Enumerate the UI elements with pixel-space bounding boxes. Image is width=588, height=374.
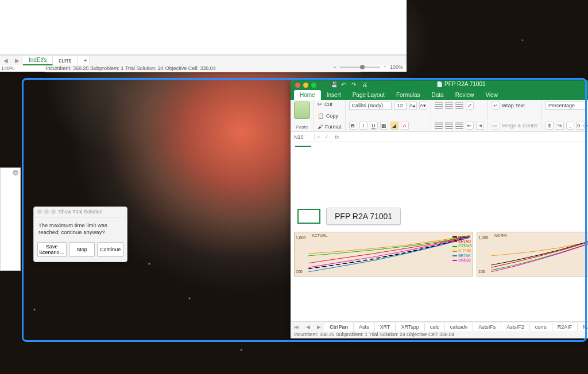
orientation-icon[interactable]: ⤢ [466,102,474,110]
sheet-tab-xrt[interactable]: XRT [375,323,396,331]
name-box[interactable]: N10 [291,134,315,140]
wrap-text-button[interactable]: Wrap Text [502,103,525,108]
ribbon-tab-view[interactable]: View [479,90,504,100]
sheet-tab-match[interactable]: MATCH [578,323,588,331]
continue-button[interactable]: Continue [97,242,123,257]
tab-nav-next-icon[interactable]: ▶ [11,57,23,64]
sheet-tab-asts[interactable]: Asts [354,323,375,331]
copy-icon[interactable]: 📋 [318,113,324,119]
sheet-tab-astsif2[interactable]: AstsIF2 [501,323,530,331]
merge-icon: ▭ [492,122,500,130]
zoom-left-label: 140% [1,65,14,71]
align-middle-icon[interactable] [445,102,453,109]
fill-color-icon[interactable]: ◢ [390,122,399,130]
decrease-font-icon[interactable]: A▾ [419,102,427,110]
align-right-icon[interactable] [455,122,463,129]
worksheet-area[interactable]: PFP R2A 71001 ACTUAL 1,000 100 nowBR1ADC… [291,142,588,294]
clipboard-group: Paste [291,100,314,131]
copy-label[interactable]: Copy [326,113,338,119]
window-titlebar: 💾 ↶ ↷ 🖨 PFP R2A 71001 [291,80,588,89]
ribbon-tab-review[interactable]: Review [450,90,480,100]
font-size-select[interactable]: 12 [394,102,407,110]
font-name-select[interactable]: Calibri (Body) [349,102,392,110]
tab-nav-prev-icon[interactable]: ◀ [0,57,11,64]
traffic-zoom-icon[interactable] [311,83,316,88]
traffic-close-icon[interactable] [37,209,42,214]
cut-label[interactable]: Cut [324,102,332,107]
traffic-min-icon[interactable] [303,83,308,88]
solver-status-text: Incumbent: 368.25 Subproblem: 1 Trial So… [45,65,361,72]
ribbon-tab-formulas[interactable]: Formulas [390,90,426,100]
ribbon-tab-data[interactable]: Data [426,90,450,100]
cell-marker [295,146,311,147]
chart-norm[interactable]: NORM 1,000 100 [477,232,588,276]
y-tick: 100 [296,270,303,274]
traffic-close-icon[interactable] [295,83,300,88]
traffic-min-icon[interactable] [44,209,49,214]
undo-icon[interactable]: ↶ [341,81,348,88]
ribbon-tab-home[interactable]: Home [294,90,321,100]
format-painter-icon[interactable]: 🖌 [318,124,323,130]
align-left-icon[interactable] [435,122,443,129]
tab-nav-first-icon[interactable]: ⏮ [291,324,303,330]
ribbon-tab-insert[interactable]: Insert [321,90,347,100]
save-scenario-button[interactable]: Save Scenario… [37,242,67,257]
align-center-icon[interactable] [445,122,453,129]
underline-icon[interactable]: U [370,122,378,130]
traffic-lights [37,209,56,214]
sheet-tab-ctrlpan[interactable]: CtrlPan [324,323,354,331]
format-label[interactable]: Format [325,124,342,130]
alignment-group: ⤢ ⇤ ⇥ [431,100,488,131]
bold-icon[interactable]: B [349,122,357,130]
clipboard-actions: ✂Cut 📋Copy 🖌Format [314,100,346,131]
legend-item: BR1AD [452,239,471,244]
chart-actual[interactable]: ACTUAL 1,000 100 nowBR1ADCT30x3O-7498BR7… [294,232,473,276]
font-color-icon[interactable]: A [401,122,409,130]
zoom-value: 100% [390,64,403,70]
chart-legend: nowBR1ADCT30x3O-7498BR7AKDNN30 [452,235,471,263]
tab-nav-next-icon[interactable]: ▶ [314,324,324,330]
solver-status-text: Incumbent: 368.25 Subproblem: 1 Trial So… [291,332,588,338]
fx-cancel-icon[interactable]: × [315,134,322,140]
sheet-tab-add[interactable]: + [78,56,90,65]
sheet-tab-currs[interactable]: currs [530,323,552,331]
border-icon[interactable]: ▦ [380,122,388,130]
increase-decimal-icon[interactable]: .0→ [577,122,585,130]
sheet-tab-calc[interactable]: calc [425,323,445,331]
wrap-icon[interactable]: ↩ [492,102,500,110]
wrap-merge-group: ↩Wrap Text ▭Merge & Center [488,100,543,131]
cut-icon[interactable]: ✂ [318,102,322,107]
increase-font-icon[interactable]: A▴ [409,102,417,110]
sheet-tab-active[interactable]: IndEtfs [23,56,53,65]
italic-icon[interactable]: I [359,122,368,130]
percent-icon[interactable]: % [556,122,564,130]
number-format-select[interactable]: Percentage [546,102,586,110]
paste-icon[interactable] [294,102,310,119]
print-icon[interactable]: 🖨 [362,81,369,88]
indent-inc-icon[interactable]: ⇥ [476,122,484,130]
sheet-tab-r2aif[interactable]: R2AIF [552,323,578,331]
tab-nav-prev-icon[interactable]: ◀ [303,324,314,330]
redo-icon[interactable]: ↷ [351,81,358,88]
zoom-out-icon[interactable]: − [333,64,336,70]
comma-icon[interactable]: , [566,122,574,130]
align-bottom-icon[interactable] [455,102,463,109]
sheet-tab-xrtspp[interactable]: XRTspp [396,323,424,331]
ribbon-tab-page-layout[interactable]: Page Layout [347,90,390,100]
close-icon[interactable]: × [13,170,18,176]
save-icon[interactable]: 💾 [331,81,338,88]
align-top-icon[interactable] [435,102,443,109]
fx-confirm-icon[interactable]: ✓ [322,134,331,140]
indent-dec-icon[interactable]: ⇤ [466,122,474,130]
traffic-zoom-icon[interactable] [51,209,56,214]
selected-cell[interactable] [297,209,320,224]
stop-button[interactable]: Stop [69,242,95,257]
fx-icon[interactable]: fx [331,134,342,140]
sheet-tab-other[interactable]: currs [53,56,78,65]
sheet-tab-astsifs[interactable]: AstsIFs [473,323,501,331]
sheet-tab-calcadv[interactable]: calcadv [445,323,474,331]
zoom-slider[interactable] [340,67,380,68]
currency-icon[interactable]: $ [546,122,554,130]
embedded-charts: ACTUAL 1,000 100 nowBR1ADCT30x3O-7498BR7… [294,232,588,276]
zoom-in-icon[interactable]: + [384,64,386,70]
